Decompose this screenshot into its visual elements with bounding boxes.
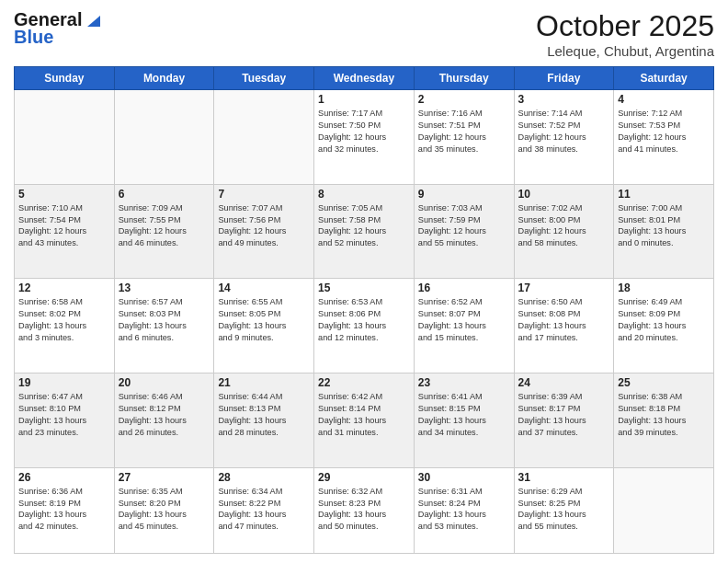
calendar-cell: 2Sunrise: 7:16 AMSunset: 7:51 PMDaylight… <box>414 90 514 185</box>
cell-text: Sunrise: 6:31 AM <box>418 486 510 498</box>
day-number: 2 <box>418 93 510 106</box>
cell-text: and 26 minutes. <box>119 427 210 439</box>
cell-text: Sunset: 8:09 PM <box>618 308 710 320</box>
title-area: October 2025 Leleque, Chubut, Argentina <box>536 9 714 59</box>
cell-text: Sunset: 8:07 PM <box>418 308 510 320</box>
calendar-header-row: Sunday Monday Tuesday Wednesday Thursday… <box>15 67 714 90</box>
calendar-cell <box>114 90 214 185</box>
cell-text: and 42 minutes. <box>18 521 110 533</box>
cell-text: Daylight: 13 hours <box>218 320 310 332</box>
cell-text: Sunset: 8:00 PM <box>518 214 610 226</box>
cell-text: Daylight: 13 hours <box>119 320 210 332</box>
calendar-cell: 9Sunrise: 7:03 AMSunset: 7:59 PMDaylight… <box>414 184 514 279</box>
cell-text: Daylight: 13 hours <box>218 509 310 521</box>
calendar-cell: 28Sunrise: 6:34 AMSunset: 8:22 PMDayligh… <box>214 467 314 553</box>
cell-text: Sunset: 7:59 PM <box>418 214 510 226</box>
day-number: 19 <box>18 376 110 389</box>
cell-text: Sunrise: 6:53 AM <box>318 296 410 308</box>
calendar-cell: 27Sunrise: 6:35 AMSunset: 8:20 PMDayligh… <box>114 467 214 553</box>
cell-text: and 41 minutes. <box>618 144 710 155</box>
day-number: 28 <box>218 471 310 484</box>
calendar-cell: 1Sunrise: 7:17 AMSunset: 7:50 PMDaylight… <box>314 90 415 185</box>
cell-text: Daylight: 13 hours <box>218 415 310 427</box>
cell-text: Sunset: 8:24 PM <box>418 498 510 510</box>
cell-text: and 20 minutes. <box>618 332 710 344</box>
cell-text: Daylight: 13 hours <box>318 320 410 332</box>
logo-icon <box>84 12 100 29</box>
day-number: 6 <box>119 188 210 201</box>
cell-text: Sunrise: 7:09 AM <box>119 202 210 214</box>
day-number: 26 <box>18 471 110 484</box>
cell-text: Sunrise: 6:50 AM <box>518 296 610 308</box>
header: General Blue October 2025 Leleque, Chubu… <box>14 9 714 59</box>
calendar-cell: 4Sunrise: 7:12 AMSunset: 7:53 PMDaylight… <box>614 90 714 185</box>
day-number: 17 <box>518 282 610 294</box>
cell-text: and 9 minutes. <box>218 332 310 344</box>
cell-text: Sunrise: 6:34 AM <box>218 486 310 498</box>
cell-text: Daylight: 13 hours <box>418 509 510 521</box>
cell-text: Sunrise: 6:39 AM <box>518 391 610 403</box>
col-monday: Monday <box>114 67 214 90</box>
calendar-cell: 8Sunrise: 7:05 AMSunset: 7:58 PMDaylight… <box>314 184 415 279</box>
col-friday: Friday <box>514 67 614 90</box>
calendar-cell: 7Sunrise: 7:07 AMSunset: 7:56 PMDaylight… <box>214 184 314 279</box>
cell-text: Daylight: 13 hours <box>618 320 710 332</box>
day-number: 24 <box>518 376 610 389</box>
svg-marker-0 <box>87 16 100 27</box>
logo-blue: Blue <box>14 27 53 48</box>
calendar-cell: 18Sunrise: 6:49 AMSunset: 8:09 PMDayligh… <box>614 279 714 373</box>
cell-text: Daylight: 13 hours <box>18 415 110 427</box>
day-number: 8 <box>318 188 410 201</box>
cell-text: Daylight: 13 hours <box>119 415 210 427</box>
cell-text: and 31 minutes. <box>318 427 410 439</box>
day-number: 30 <box>418 471 510 484</box>
cell-text: Sunset: 8:13 PM <box>218 403 310 415</box>
cell-text: Sunset: 7:50 PM <box>318 120 410 132</box>
cell-text: Sunset: 8:05 PM <box>218 308 310 320</box>
cell-text: Sunset: 8:06 PM <box>318 308 410 320</box>
day-number: 15 <box>318 282 410 294</box>
cell-text: Sunrise: 6:46 AM <box>119 391 210 403</box>
cell-text: Daylight: 12 hours <box>318 132 410 144</box>
cell-text: Sunrise: 7:03 AM <box>418 202 510 214</box>
cell-text: Sunset: 7:52 PM <box>518 120 610 132</box>
calendar-cell: 23Sunrise: 6:41 AMSunset: 8:15 PMDayligh… <box>414 373 514 467</box>
day-number: 16 <box>418 282 510 294</box>
cell-text: Daylight: 12 hours <box>119 225 210 237</box>
cell-text: and 3 minutes. <box>18 332 110 344</box>
calendar-cell: 29Sunrise: 6:32 AMSunset: 8:23 PMDayligh… <box>314 467 415 553</box>
cell-text: and 35 minutes. <box>418 144 510 155</box>
cell-text: Sunset: 7:51 PM <box>418 120 510 132</box>
col-thursday: Thursday <box>414 67 514 90</box>
cell-text: Sunrise: 7:07 AM <box>218 202 310 214</box>
col-tuesday: Tuesday <box>214 67 314 90</box>
cell-text: Sunrise: 7:10 AM <box>18 202 110 214</box>
day-number: 18 <box>618 282 710 294</box>
cell-text: and 39 minutes. <box>618 427 710 439</box>
cell-text: Sunset: 8:03 PM <box>119 308 210 320</box>
cell-text: and 52 minutes. <box>318 237 410 249</box>
day-number: 25 <box>618 376 710 389</box>
calendar-cell <box>214 90 314 185</box>
cell-text: and 38 minutes. <box>518 144 610 155</box>
calendar-cell: 19Sunrise: 6:47 AMSunset: 8:10 PMDayligh… <box>15 373 115 467</box>
cell-text: and 32 minutes. <box>318 144 410 155</box>
cell-text: Sunrise: 7:00 AM <box>618 202 710 214</box>
cell-text: and 6 minutes. <box>119 332 210 344</box>
cell-text: Sunrise: 6:57 AM <box>119 296 210 308</box>
cell-text: Daylight: 13 hours <box>518 320 610 332</box>
day-number: 3 <box>518 93 610 106</box>
cell-text: Sunrise: 6:58 AM <box>18 296 110 308</box>
cell-text: Sunset: 7:54 PM <box>18 214 110 226</box>
cell-text: and 50 minutes. <box>318 521 410 533</box>
cell-text: and 17 minutes. <box>518 332 610 344</box>
cell-text: Sunrise: 6:42 AM <box>318 391 410 403</box>
cell-text: Daylight: 13 hours <box>418 320 510 332</box>
cell-text: Sunset: 8:15 PM <box>418 403 510 415</box>
calendar-cell: 12Sunrise: 6:58 AMSunset: 8:02 PMDayligh… <box>15 279 115 373</box>
day-number: 13 <box>119 282 210 294</box>
day-number: 10 <box>518 188 610 201</box>
calendar-cell: 20Sunrise: 6:46 AMSunset: 8:12 PMDayligh… <box>114 373 214 467</box>
day-number: 11 <box>618 188 710 201</box>
cell-text: and 12 minutes. <box>318 332 410 344</box>
